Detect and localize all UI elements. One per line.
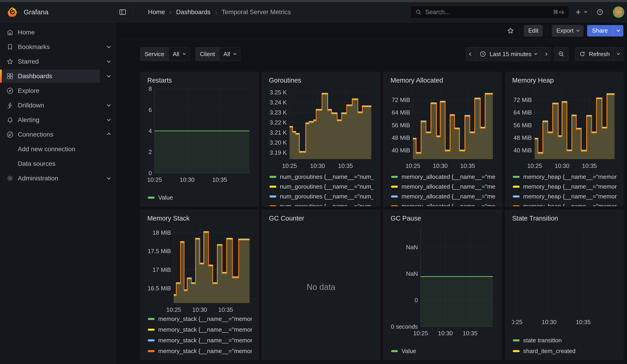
legend-label: memory_heap {__name__="memory_h <box>523 193 617 200</box>
legend-label: shard_item_created <box>523 348 576 355</box>
chevron-down-icon[interactable] <box>107 59 111 63</box>
help-button[interactable]: ? <box>596 8 604 16</box>
restarts-chart[interactable]: 10:2510:3010:3502468 <box>147 86 252 184</box>
share-button[interactable]: Share <box>587 25 623 37</box>
window-top-strip <box>0 0 627 2</box>
add-new-button[interactable] <box>575 8 587 16</box>
breadcrumb-home[interactable]: Home <box>148 8 165 16</box>
zoom-out-time-button[interactable] <box>554 48 568 61</box>
panel-toggle-icon[interactable] <box>119 8 127 16</box>
client-filter[interactable]: Client All <box>196 47 240 61</box>
sidebar-item-starred[interactable]: Starred <box>0 54 116 69</box>
svg-text:6: 6 <box>149 106 152 113</box>
star-dashboard-button[interactable] <box>506 27 515 35</box>
legend-item[interactable]: memory_allocated {__name__="memo <box>390 201 495 206</box>
state-transition-chart[interactable]: 10:2510:3010:35 <box>512 223 617 326</box>
legend-item[interactable]: memory_stack {__name__="memory_s <box>147 313 252 324</box>
sidebar-item-dashboards[interactable]: Dashboards <box>0 69 116 84</box>
chevron-down-icon <box>183 52 186 55</box>
legend-item[interactable]: memory_heap {__name__="memory_h <box>512 192 617 201</box>
memory-allocated-chart[interactable]: 10:2510:3010:3540 MiB48 MiB56 MiB64 MiB7… <box>390 86 495 170</box>
divider <box>591 8 592 16</box>
refresh-button[interactable]: Refresh <box>575 48 613 61</box>
chevron-up-icon[interactable] <box>107 133 111 137</box>
sidebar-item-alerting[interactable]: Alerting <box>0 113 116 127</box>
clock-icon <box>479 51 486 57</box>
sidebar-item-drilldown[interactable]: Drilldown <box>0 98 116 113</box>
legend-item[interactable]: Value <box>390 346 495 356</box>
chevron-down-icon[interactable] <box>107 45 111 48</box>
sidebar-item-data-sources[interactable]: Data sources <box>0 156 116 171</box>
svg-text:10:25: 10:25 <box>405 162 420 169</box>
legend-item[interactable]: memory_allocated {__name__="memo <box>390 172 495 182</box>
panel-memory-allocated: Memory Allocated 10:2510:3010:3540 MiB48… <box>383 72 502 207</box>
sidebar-item-label: Alerting <box>18 116 40 124</box>
legend-label: Value <box>158 194 173 201</box>
legend-item[interactable]: memory_heap {__name__="memory_h <box>512 182 617 192</box>
panel-title[interactable]: GC Pause <box>390 210 495 223</box>
svg-text:40 MiB: 40 MiB <box>514 147 532 154</box>
edit-button[interactable]: Edit <box>524 25 543 37</box>
memory-stack-chart[interactable]: 10:2510:3010:3516.5 MiB17 MiB17.5 MiB18 … <box>147 223 252 313</box>
legend-item[interactable]: num_goroutines {__name__="num_go <box>268 192 374 201</box>
sidebar-item-bookmarks[interactable]: Bookmarks <box>0 40 116 54</box>
chevron-down-icon[interactable] <box>107 74 111 78</box>
svg-text:18 MiB: 18 MiB <box>153 229 171 236</box>
sidebar-item-add-new-connection[interactable]: Add new connection <box>0 142 116 156</box>
legend-item[interactable]: num_goroutines {__name__="num_go <box>268 172 374 182</box>
sidebar-item-home[interactable]: Home <box>0 25 116 40</box>
time-shift-forward-button[interactable] <box>541 48 551 61</box>
legend-item[interactable]: num_goroutines {__name__="num_go <box>268 201 374 206</box>
time-range-picker[interactable]: Last 15 minutes <box>476 48 541 61</box>
grafana-logo[interactable] <box>7 7 18 18</box>
svg-text:?: ? <box>599 10 601 14</box>
panel-title[interactable]: Goroutines <box>268 72 374 86</box>
breadcrumb-current: Temporal Server Metrics <box>222 8 291 16</box>
legend-item[interactable]: memory_stack {__name__="memory_s <box>147 335 252 346</box>
sidebar-item-administration[interactable]: Administration <box>0 171 116 186</box>
refresh-interval-button[interactable] <box>613 48 623 61</box>
legend-item[interactable]: shard_item_created <box>512 346 617 357</box>
sidebar-item-explore[interactable]: Explore <box>0 84 116 98</box>
service-filter-value[interactable]: All <box>169 47 190 61</box>
share-menu-button[interactable] <box>613 25 623 37</box>
sidebar-item-connections[interactable]: Connections <box>0 127 116 142</box>
svg-text:3.20 K: 3.20 K <box>269 139 287 146</box>
panel-title[interactable]: Memory Allocated <box>390 72 495 86</box>
legend-item[interactable]: memory_stack {__name__="memory_s <box>147 324 252 335</box>
gc-pause-chart[interactable]: 10:2510:3010:350 seconds0NaNNaN <box>390 223 495 337</box>
search-input[interactable]: Search... ⌘+k <box>410 6 569 18</box>
avatar[interactable] <box>613 6 624 18</box>
legend-label: memory_heap {__name__="memory_h <box>523 173 617 180</box>
legend-item[interactable]: memory_allocated {__name__="memo <box>390 182 495 192</box>
legend-item[interactable]: memory_heap {__name__="memory_h <box>512 201 617 206</box>
legend-swatch <box>513 205 520 206</box>
goroutines-chart[interactable]: 10:2510:3010:353.19 K3.20 K3.21 K3.22 K3… <box>268 86 374 170</box>
service-filter[interactable]: Service All <box>140 47 190 61</box>
panel-goroutines: Goroutines 10:2510:3010:353.19 K3.20 K3.… <box>262 72 380 207</box>
panel-title[interactable]: Memory Stack <box>147 210 252 223</box>
legend-item[interactable]: num_goroutines {__name__="num_go <box>268 182 374 192</box>
legend-item[interactable]: memory_stack {__name__="memory_s <box>147 346 252 357</box>
chevron-down-icon[interactable] <box>107 117 111 121</box>
legend-item[interactable]: Value <box>147 193 252 203</box>
chevron-down-icon[interactable] <box>107 103 111 107</box>
legend-item[interactable]: memory_heap {__name__="memory_h <box>512 172 617 182</box>
client-filter-value[interactable]: All <box>219 47 240 61</box>
panel-title[interactable]: State Transition <box>512 210 617 223</box>
memory-heap-chart[interactable]: 10:2510:3010:3540 MiB48 MiB56 MiB64 MiB7… <box>512 86 617 170</box>
dashboard-toolbar: Service All Client All <box>140 47 623 61</box>
export-button[interactable]: Export <box>552 25 583 37</box>
breadcrumb-dashboards[interactable]: Dashboards <box>176 8 210 16</box>
panel-title[interactable]: Restarts <box>147 72 252 86</box>
panel-title[interactable]: Memory Heap <box>512 72 617 86</box>
legend-swatch <box>269 205 276 206</box>
legend-item[interactable]: state transition <box>512 335 617 346</box>
panel-title[interactable]: GC Counter <box>268 210 374 223</box>
sidebar-item-label: Explore <box>18 87 40 95</box>
time-shift-back-button[interactable] <box>466 48 476 61</box>
chevron-down-icon[interactable] <box>107 176 111 180</box>
legend-item[interactable]: memory_allocated {__name__="memo <box>390 192 495 201</box>
chevron-down-icon <box>584 10 587 13</box>
svg-text:10:35: 10:35 <box>582 162 597 169</box>
